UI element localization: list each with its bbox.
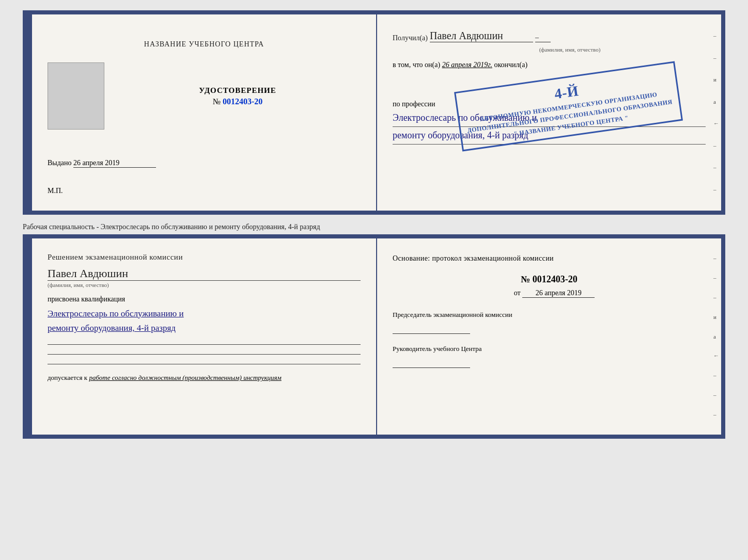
vtom-date: 26 апреля 2019г. xyxy=(442,61,492,69)
separator-label: Рабочая специальность - Электрослесарь п… xyxy=(23,219,725,234)
right-edge-marks-2: – – – и а ← – – – xyxy=(713,238,719,435)
name-caption-bottom: (фамилия, имя, отчество) xyxy=(48,282,361,288)
head-signature xyxy=(393,358,470,368)
head-block: Руководитель учебного Центра xyxy=(393,344,706,368)
booklet-spine xyxy=(27,14,32,211)
profession-block: по профессии Электрослесарь по обслужива… xyxy=(393,100,706,145)
blank-line-3 xyxy=(48,364,361,364)
profession-label: по профессии xyxy=(393,100,706,108)
name-caption-top: (фамилия, имя, отчество) xyxy=(434,46,706,53)
chairman-signature xyxy=(393,324,470,334)
issued-line: Выдано 26 апреля 2019 xyxy=(48,159,361,168)
profession-line2: ремонту оборудования, 4-й разряд xyxy=(393,128,706,145)
osnov-title: Основание: протокол экзаменационной коми… xyxy=(393,253,706,264)
допускается-text: работе согласно должностным (производств… xyxy=(89,374,281,381)
person-name-bottom: Павел Авдюшин xyxy=(48,267,361,281)
chairman-block: Председатель экзаменационной комиссии xyxy=(393,310,706,334)
udost-label: УДОСТОВЕРЕНИЕ xyxy=(115,86,361,95)
mp-label: М.П. xyxy=(48,187,63,195)
bottom-booklet-spine xyxy=(27,238,32,435)
exam-commission-title: Решением экзаменационной комиссии xyxy=(48,253,361,262)
issued-date: 26 апреля 2019 xyxy=(73,159,156,168)
top-booklet: НАЗВАНИЕ УЧЕБНОГО ЦЕНТРА УДОСТОВЕРЕНИЕ №… xyxy=(23,10,725,215)
protocol-date: от 26 апреля 2019 xyxy=(403,289,706,298)
date-value: 26 апреля 2019 xyxy=(522,289,595,298)
bottom-right-page: Основание: протокол экзаменационной коми… xyxy=(377,238,721,435)
cert-number: № 0012403-20 xyxy=(213,97,263,106)
blank-lines xyxy=(48,344,361,364)
qual-line1: Электрослесарь по обслуживанию и xyxy=(48,307,361,322)
left-middle: УДОСТОВЕРЕНИЕ № 0012403-20 xyxy=(48,62,361,130)
assigned-qual-label: присвоена квалификация xyxy=(48,295,361,303)
blank-line-1 xyxy=(48,344,361,345)
blank-line-2 xyxy=(48,354,361,355)
center-title: НАЗВАНИЕ УЧЕБНОГО ЦЕНТРА xyxy=(144,40,264,49)
right-edge-marks: – – и а ← – – – xyxy=(713,14,719,211)
profession-line1: Электрослесарь по обслуживанию и xyxy=(393,110,706,127)
right-header: Получил(а) Павел Авдюшин – xyxy=(393,30,706,42)
bottom-booklet: Решением экзаменационной комиссии Павел … xyxy=(23,234,725,439)
bottom-left-page: Решением экзаменационной комиссии Павел … xyxy=(32,238,377,435)
chairman-title: Председатель экзаменационной комиссии xyxy=(393,310,706,319)
top-left-page: НАЗВАНИЕ УЧЕБНОГО ЦЕНТРА УДОСТОВЕРЕНИЕ №… xyxy=(32,14,377,211)
допускается-line: допускается к работе согласно должностны… xyxy=(48,373,361,383)
person-name-top: Павел Авдюшин xyxy=(430,30,533,42)
vtom-line: в том, что он(а) 26 апреля 2019г. окончи… xyxy=(393,61,706,69)
cert-number-value: 0012403-20 xyxy=(223,97,262,106)
qual-line2: ремонту оборудования, 4-й разряд xyxy=(48,321,361,336)
top-right-page: Получил(а) Павел Авдюшин – (фамилия, имя… xyxy=(377,14,721,211)
head-title: Руководитель учебного Центра xyxy=(393,344,706,354)
certificate-info: УДОСТОВЕРЕНИЕ № 0012403-20 xyxy=(115,86,361,106)
photo-placeholder xyxy=(48,62,104,130)
protocol-number: № 0012403-20 xyxy=(393,274,706,285)
